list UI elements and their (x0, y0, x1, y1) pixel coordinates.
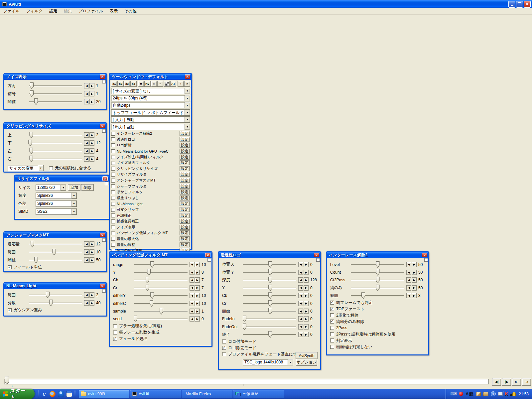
chevron-down-icon[interactable] (288, 359, 293, 365)
filter-checkbox[interactable] (111, 196, 115, 200)
slider-thumb[interactable] (49, 300, 53, 306)
spin-left-button[interactable]: ◀ (406, 285, 411, 291)
filter-enable-checkbox[interactable] (105, 182, 108, 185)
slider-thumb[interactable] (268, 269, 272, 276)
spin-right-button[interactable]: ▶ (304, 309, 309, 314)
filter-settings-button[interactable]: 設定 (180, 155, 190, 160)
slider-track[interactable] (243, 261, 296, 268)
checkbox[interactable] (330, 338, 334, 342)
filter-checkbox[interactable] (111, 149, 115, 153)
spin-right-button[interactable]: ▶ (195, 293, 200, 298)
slider-thumb[interactable] (134, 316, 137, 322)
rv-button[interactable]: RV (144, 81, 150, 87)
spin-right-button[interactable]: ▶ (89, 148, 94, 154)
chevron-down-icon[interactable] (71, 209, 76, 214)
slider-thumb[interactable] (376, 277, 380, 283)
spin-right-button[interactable]: ▶ (89, 300, 94, 306)
spin-right-button[interactable]: ▶ (89, 156, 94, 162)
spin-right-button[interactable]: ▶ (412, 285, 417, 291)
spin-left-button[interactable]: ◀ (190, 301, 195, 306)
chevron-down-icon[interactable] (71, 193, 76, 199)
slider-thumb[interactable] (376, 285, 380, 291)
chevron-down-icon[interactable] (185, 124, 190, 130)
task-button-2[interactable]: Mozilla Firefox (182, 390, 232, 398)
start-button[interactable]: スタート (0, 389, 35, 399)
spin-right-button[interactable]: ▶ (89, 257, 94, 263)
spin-left-button[interactable]: ◀ (84, 292, 89, 298)
slider-thumb[interactable] (376, 269, 380, 276)
checkbox[interactable] (330, 345, 334, 349)
slider-track[interactable] (29, 299, 82, 307)
slider-track[interactable] (134, 276, 188, 284)
dropdown[interactable]: トップフィールド -> ボトムフィールド (111, 109, 190, 116)
spin-left-button[interactable]: ◀ (84, 83, 89, 88)
nl_means_light-titlebar[interactable]: NL-Means Light (4, 283, 106, 289)
checkbox-checked[interactable] (8, 265, 12, 269)
keyboard-icon[interactable]: ⌨ (450, 392, 457, 396)
slider-thumb[interactable] (31, 241, 34, 247)
checkbox-checked[interactable] (330, 307, 334, 311)
close-icon[interactable] (100, 284, 105, 288)
spin-right-button[interactable]: ▶ (195, 262, 200, 267)
next-frame-button[interactable]: |▶ (502, 378, 511, 386)
spin-left-button[interactable]: ◀ (298, 332, 303, 337)
antivirus-icon[interactable]: K (505, 391, 508, 396)
spin-right-button[interactable]: ▶ (304, 316, 309, 322)
checkbox[interactable] (330, 313, 334, 317)
slider-track[interactable] (243, 269, 296, 276)
dropdown[interactable]: 1280x720 (36, 185, 66, 191)
slider-track[interactable] (243, 323, 296, 331)
slider-track[interactable] (134, 292, 188, 299)
hide-icons-chevron[interactable]: ‹ (491, 391, 496, 396)
spin-right-button[interactable]: ▶ (304, 262, 309, 267)
slider-thumb[interactable] (34, 98, 38, 105)
filter-settings-button[interactable]: 設定 (180, 137, 190, 142)
spin-right-button[interactable]: ▶ (304, 332, 309, 337)
slider-thumb[interactable] (160, 308, 163, 315)
spin-left-button[interactable]: ◀ (190, 277, 195, 283)
unsharp_mask-titlebar[interactable]: アンシャープマスクMT (4, 232, 106, 238)
dropdown[interactable]: Spline36 (36, 193, 77, 199)
slider-thumb[interactable] (268, 300, 272, 307)
slider-thumb[interactable] (150, 300, 153, 307)
spin-left-button[interactable]: ◀ (298, 293, 303, 298)
x1-button[interactable]: x1 (111, 81, 117, 87)
frame-seek-thumb[interactable] (5, 376, 9, 385)
spin-right-button[interactable]: ▶ (89, 140, 94, 146)
close-icon[interactable] (102, 176, 108, 181)
filter-settings-button[interactable]: 設定 (180, 236, 190, 241)
spin-right-button[interactable]: ▶ (412, 293, 417, 298)
task-button-0[interactable]: aviutl99i9 (79, 390, 129, 398)
spin-right-button[interactable]: ▶ (195, 285, 200, 291)
filter-settings-button[interactable]: 設定 (180, 149, 190, 154)
filter-enable-checkbox[interactable] (102, 238, 106, 242)
clipping_resize-titlebar[interactable]: クリッピング＆リサイズ (4, 123, 106, 129)
signal-lock-icon[interactable] (510, 392, 516, 396)
filter-checkbox[interactable] (111, 155, 115, 159)
filter-settings-button[interactable]: 設定 (180, 172, 190, 177)
spin-left-button[interactable]: ◀ (190, 262, 195, 267)
ie-icon[interactable]: e (41, 391, 47, 397)
dropdown[interactable]: 24fps <- 30fps (4/5) (111, 95, 190, 101)
noise_display-titlebar[interactable]: ノイズ表示 (4, 74, 106, 80)
slider-track[interactable] (29, 155, 82, 163)
slider-thumb[interactable] (146, 277, 149, 283)
filter-settings-button[interactable]: 設定 (180, 184, 190, 189)
x3-button[interactable]: x3 (124, 81, 130, 87)
spin-right-button[interactable]: ▶ (89, 83, 94, 88)
main-titlebar[interactable]: AviUtl (0, 0, 532, 8)
spin-right-button[interactable]: ▶ (304, 301, 309, 306)
spin-left-button[interactable]: ◀ (298, 277, 303, 283)
filter-checkbox[interactable] (111, 137, 115, 141)
spin-right-button[interactable]: ▶ (89, 292, 94, 298)
spin-left-button[interactable]: ◀ (84, 148, 89, 154)
chevron-down-icon[interactable] (185, 102, 190, 108)
filter-settings-button[interactable]: 設定 (180, 143, 190, 148)
checkbox-checked[interactable] (8, 308, 12, 312)
slider-thumb[interactable] (52, 249, 56, 255)
filter-checkbox[interactable] (111, 237, 115, 241)
menu-item-4[interactable]: プロファイル (75, 8, 106, 15)
banding-titlebar[interactable]: バンディング低減フィルタ MT (110, 252, 211, 258)
filter-settings-button[interactable]: 設定 (180, 219, 190, 224)
dropdown[interactable]: TSC_logo 1440x1088 (243, 359, 293, 365)
